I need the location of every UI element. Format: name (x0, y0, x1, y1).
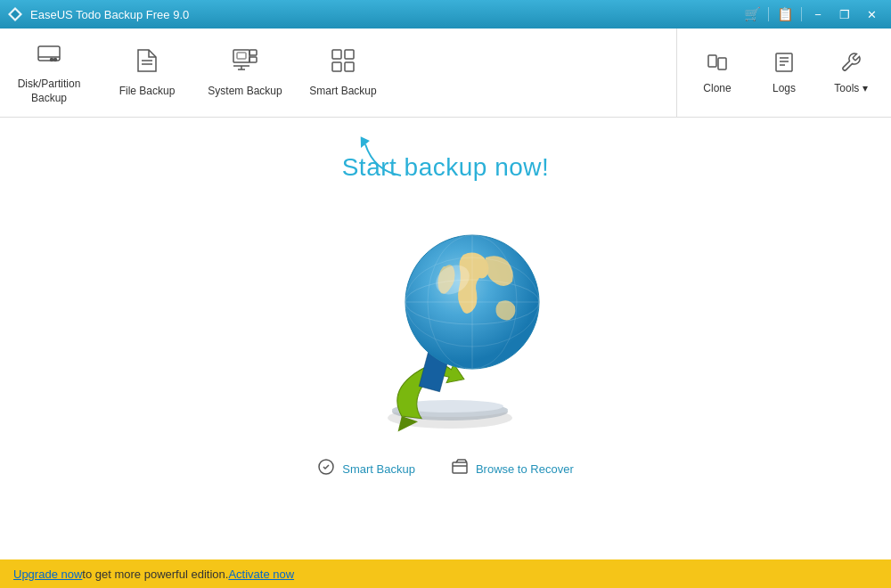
window-controls: − ❐ ✕ (805, 4, 884, 25)
svg-rect-20 (718, 58, 726, 69)
svg-rect-11 (249, 57, 257, 62)
restore-button[interactable]: ❐ (832, 4, 857, 25)
clone-icon (707, 52, 728, 78)
svg-marker-25 (357, 135, 371, 148)
svg-rect-17 (332, 62, 341, 71)
clone-label: Clone (703, 82, 731, 94)
app-title: EaseUS Todo Backup Free 9.0 (30, 8, 740, 21)
logs-icon (773, 52, 795, 78)
svg-point-5 (51, 59, 53, 61)
browse-to-recover-link[interactable]: Browse to Recover (451, 458, 574, 480)
smart-backup-link[interactable]: Smart Backup (317, 458, 415, 480)
system-backup-button[interactable]: System Backup (196, 29, 294, 118)
svg-rect-16 (345, 50, 354, 59)
tools-icon (840, 52, 862, 78)
start-backup-section: Start backup now! (0, 118, 891, 182)
bottom-actions: Smart Backup Browse to Recover (317, 458, 573, 498)
svg-rect-8 (233, 50, 249, 62)
titlebar-separator2 (801, 7, 802, 21)
close-button[interactable]: ✕ (859, 4, 884, 25)
app-logo (7, 6, 23, 22)
logs-label: Logs (772, 82, 796, 94)
browse-to-recover-icon (451, 458, 469, 480)
globe-graphic: Backup (321, 200, 570, 449)
svg-rect-19 (708, 55, 716, 67)
browse-to-recover-label: Browse to Recover (476, 462, 574, 476)
curved-arrow (347, 118, 419, 192)
upgrade-now-link[interactable]: Upgrade now (13, 568, 82, 581)
clone-button[interactable]: Clone (686, 37, 748, 109)
disk-partition-backup-button[interactable]: Disk/PartitionBackup (0, 29, 98, 118)
file-backup-icon (133, 46, 161, 79)
activate-now-link[interactable]: Activate now (228, 568, 294, 581)
logs-button[interactable]: Logs (753, 37, 815, 109)
content-area: Start backup now! (0, 118, 891, 559)
system-backup-label: System Backup (208, 85, 282, 99)
toolbar-left: Disk/PartitionBackup File Backup (0, 29, 677, 117)
titlebar-separator (768, 7, 769, 21)
tools-label: Tools ▾ (834, 82, 867, 94)
svg-rect-40 (453, 462, 467, 473)
upgrade-bar: Upgrade now to get more powerful edition… (0, 559, 891, 588)
titlebar: EaseUS Todo Backup Free 9.0 🛒 📋 − ❐ ✕ (0, 0, 891, 29)
toolbar-right: Clone Logs (677, 29, 891, 117)
file-backup-label: File Backup (119, 85, 176, 99)
disk-partition-icon (35, 39, 63, 72)
file-backup-button[interactable]: File Backup (98, 29, 196, 118)
smart-backup-link-icon (317, 458, 335, 480)
feedback-button[interactable]: 📋 (772, 4, 797, 25)
smart-backup-link-label: Smart Backup (342, 462, 415, 476)
svg-point-4 (54, 59, 57, 61)
svg-rect-10 (249, 50, 257, 55)
minimize-button[interactable]: − (805, 4, 830, 25)
smart-backup-icon (329, 46, 357, 79)
disk-partition-label: Disk/PartitionBackup (18, 78, 81, 105)
system-backup-icon (231, 46, 259, 79)
main-container: Disk/PartitionBackup File Backup (0, 29, 891, 588)
svg-rect-18 (345, 62, 354, 71)
svg-rect-15 (332, 50, 341, 59)
svg-rect-21 (776, 53, 792, 71)
tools-button[interactable]: Tools ▾ (820, 37, 882, 109)
cart-button[interactable]: 🛒 (740, 4, 764, 25)
smart-backup-label: Smart Backup (309, 85, 376, 99)
upgrade-text-middle: to get more powerful edition. (82, 568, 228, 581)
smart-backup-button[interactable]: Smart Backup (294, 29, 392, 118)
toolbar: Disk/PartitionBackup File Backup (0, 29, 891, 118)
svg-rect-9 (237, 53, 246, 59)
